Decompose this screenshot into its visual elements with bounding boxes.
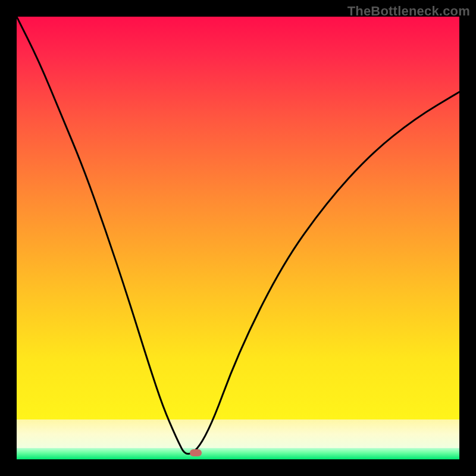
chart-frame: TheBottleneck.com — [0, 0, 476, 476]
bottleneck-curve — [17, 17, 459, 459]
plot-area — [17, 17, 459, 459]
minimum-marker — [190, 449, 202, 456]
